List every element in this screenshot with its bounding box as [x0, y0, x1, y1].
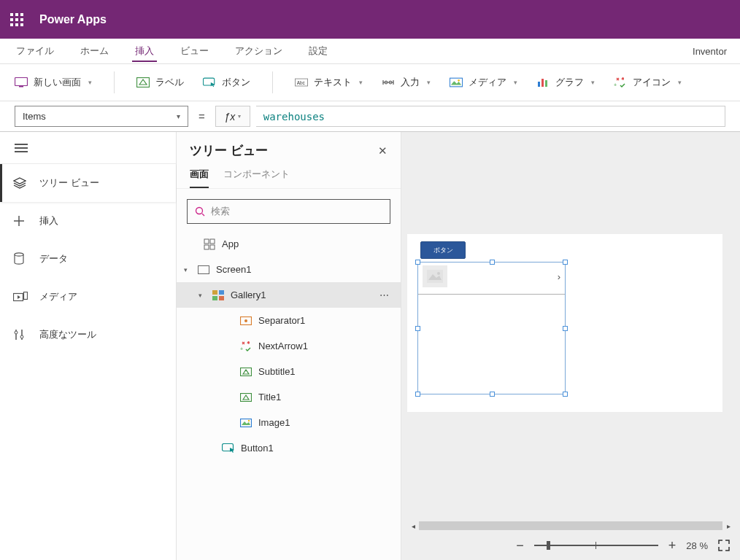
hamburger-icon[interactable] [15, 141, 28, 155]
cylinder-icon [13, 252, 28, 265]
close-icon[interactable]: ✕ [378, 144, 388, 158]
chevron-down-icon: ▾ [514, 79, 517, 86]
layers-icon [13, 177, 28, 189]
rail-media[interactable]: メディア [0, 278, 176, 316]
tree-tab-screens[interactable]: 画面 [190, 168, 209, 188]
label-node-icon [239, 393, 253, 402]
canvas-gallery-control[interactable]: ⊘ › [417, 262, 566, 394]
search-icon [195, 206, 205, 217]
chevron-down-icon: ▾ [177, 112, 180, 120]
property-selector[interactable]: Items ▾ [15, 106, 188, 127]
rail-item-label: ツリー ビュー [39, 176, 99, 190]
menu-home[interactable]: ホーム [77, 40, 112, 62]
svg-rect-11 [541, 79, 544, 87]
app-launcher-icon[interactable] [10, 13, 23, 26]
more-icon[interactable]: ⋯ [379, 289, 390, 300]
rail-tree-view[interactable]: ツリー ビュー [0, 164, 176, 202]
menu-view[interactable]: ビュー [177, 40, 212, 62]
menu-file[interactable]: ファイル [13, 40, 57, 62]
ribbon-chart-label: グラフ [555, 76, 584, 89]
scroll-right-icon[interactable]: ▸ [722, 522, 734, 530]
button-node-icon [222, 443, 235, 454]
tree-node-separator[interactable]: Separator1 [177, 308, 401, 333]
ribbon-chart[interactable]: グラフ ▾ [536, 76, 595, 89]
tree-node-nextarrow[interactable]: + NextArrow1 [177, 333, 401, 359]
svg-rect-21 [210, 239, 215, 244]
ribbon-media[interactable]: メディア ▾ [450, 76, 517, 89]
chevron-down-icon[interactable]: ▾ [184, 266, 191, 273]
tree-node-button[interactable]: Button1 [177, 435, 401, 461]
app-icon [203, 238, 216, 250]
svg-rect-25 [212, 290, 217, 295]
canvas-button-control[interactable]: ボタン [420, 241, 466, 259]
zoom-out-button[interactable]: − [516, 538, 524, 553]
svg-point-14 [15, 253, 23, 256]
ribbon-input[interactable]: 入力 ▾ [382, 76, 431, 89]
fx-button[interactable]: ƒx▾ [215, 106, 250, 127]
tree-node-label: Screen1 [216, 264, 251, 275]
svg-point-9 [458, 79, 460, 82]
svg-point-35 [248, 419, 250, 421]
rail-advanced-tools[interactable]: 高度なツール [0, 316, 176, 354]
svg-rect-26 [219, 290, 224, 295]
tree-node-label: NextArrow1 [258, 341, 308, 351]
svg-rect-24 [199, 265, 209, 273]
horizontal-scrollbar[interactable]: ◂ ▸ [407, 521, 734, 531]
label-icon [136, 77, 150, 88]
tree-node-label: Gallery1 [231, 289, 266, 300]
ribbon-button[interactable]: ボタン [203, 76, 250, 89]
ribbon-button-label: ボタン [222, 76, 250, 89]
svg-point-30 [244, 319, 247, 322]
rail-insert[interactable]: 挿入 [0, 202, 176, 240]
svg-rect-20 [204, 239, 209, 244]
rail-data[interactable]: データ [0, 240, 176, 278]
chevron-down-icon: ▾ [591, 79, 595, 86]
menu-action[interactable]: アクション [232, 40, 285, 62]
svg-rect-10 [538, 82, 540, 87]
canvas[interactable]: ボタン ⊘ › ◂ ▸ − [401, 132, 740, 560]
rail-item-label: メディア [39, 290, 77, 303]
next-arrow-icon[interactable]: › [558, 271, 560, 282]
svg-rect-28 [219, 296, 224, 300]
image-node-icon [239, 419, 253, 427]
chart-icon [536, 77, 550, 88]
ribbon-icon[interactable]: + アイコン ▾ [614, 76, 682, 89]
ribbon-label[interactable]: ラベル [136, 76, 184, 89]
canvas-screen[interactable]: ボタン ⊘ › [407, 234, 722, 412]
formula-input[interactable]: warehouses [256, 106, 725, 127]
label-node-icon [239, 368, 253, 376]
tree-node-title[interactable]: Title1 [177, 384, 401, 410]
screen-icon [197, 265, 210, 274]
tree-tab-components[interactable]: コンポーネント [223, 168, 290, 188]
svg-text:+: + [614, 82, 617, 88]
icons-icon: + [614, 77, 627, 88]
svg-rect-16 [24, 292, 28, 300]
canvas-button-label: ボタン [433, 246, 453, 255]
ribbon-text[interactable]: Abc テキスト ▾ [295, 76, 363, 89]
zoom-slider[interactable] [534, 545, 658, 546]
chevron-down-icon: ▾ [88, 79, 92, 86]
gallery-icon [212, 290, 225, 300]
zoom-value: 28 % [686, 540, 708, 551]
tree-node-label: App [222, 238, 239, 249]
scroll-left-icon[interactable]: ◂ [407, 522, 419, 530]
tree-search-input[interactable]: 検索 [187, 199, 390, 224]
screen-icon [15, 77, 28, 88]
tree-node-app[interactable]: App [177, 231, 401, 257]
tree-node-screen[interactable]: ▾ Screen1 [177, 257, 401, 282]
chevron-down-icon[interactable]: ▾ [199, 292, 206, 299]
ribbon-new-screen[interactable]: 新しい画面 ▾ [15, 76, 92, 89]
text-icon: Abc [295, 77, 308, 88]
fullscreen-icon[interactable] [718, 540, 730, 551]
tree-node-image[interactable]: Image1 [177, 410, 401, 435]
menu-settings[interactable]: 設定 [306, 40, 331, 62]
separator-icon [239, 316, 253, 325]
svg-point-17 [15, 331, 18, 334]
tree-node-label: Subtitle1 [258, 366, 296, 377]
tree-node-gallery[interactable]: ▾ Gallery1 ⋯ [177, 282, 401, 308]
tree-node-subtitle[interactable]: Subtitle1 [177, 359, 401, 384]
environment-name: Inventor [693, 46, 727, 57]
tree-node-label: Button1 [241, 443, 274, 454]
zoom-in-button[interactable]: + [668, 538, 677, 553]
menu-insert[interactable]: 挿入 [132, 40, 157, 62]
